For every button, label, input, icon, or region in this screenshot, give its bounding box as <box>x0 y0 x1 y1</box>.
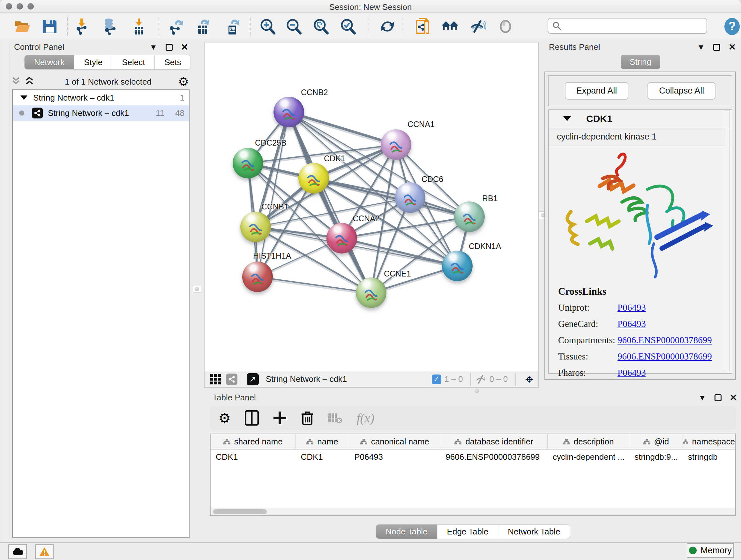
crosslink-value-link[interactable]: P06493 <box>617 368 646 378</box>
hide-selected-eye-icon[interactable] <box>468 17 486 36</box>
results-panel-maximize-icon[interactable] <box>713 44 720 51</box>
column-visibility-icon[interactable] <box>245 410 259 426</box>
crosslink-value-link[interactable]: P06493 <box>617 319 646 329</box>
save-session-icon[interactable] <box>41 17 59 36</box>
scrollbar-thumb[interactable] <box>213 509 267 514</box>
warnings-button[interactable] <box>35 544 54 559</box>
zoom-fit-icon[interactable] <box>312 17 330 36</box>
gene-collapse-caret-icon[interactable] <box>563 116 571 121</box>
search-input[interactable] <box>565 21 706 31</box>
column-header-name[interactable]: name <box>295 434 349 449</box>
show-eye-icon[interactable] <box>496 17 515 36</box>
cloud-button[interactable] <box>8 544 27 559</box>
birds-eye-view-icon[interactable]: ⌖ <box>525 372 533 386</box>
column-header-description[interactable]: description <box>548 434 630 449</box>
table-panel-float-icon[interactable]: ▼ <box>698 394 706 401</box>
hidden-eye-icon[interactable] <box>475 374 486 384</box>
import-table-file-icon[interactable] <box>131 17 148 36</box>
network-node-RB1[interactable] <box>454 201 485 232</box>
table-settings-gear-icon[interactable]: ⚙ <box>218 410 231 426</box>
column-header-database-identifier[interactable]: database identifier <box>441 434 548 449</box>
control-panel-maximize-icon[interactable] <box>165 44 173 51</box>
refresh-icon[interactable] <box>379 17 396 36</box>
search-field[interactable] <box>548 18 707 34</box>
open-session-icon[interactable] <box>13 17 31 36</box>
expand-all-button[interactable]: Expand All <box>565 82 629 100</box>
collapse-all-button[interactable]: Collapse All <box>648 82 716 100</box>
tab-network[interactable]: Network <box>24 55 74 70</box>
import-network-database-icon[interactable] <box>101 17 119 36</box>
grid-view-icon[interactable] <box>210 374 221 384</box>
results-panel-close-icon[interactable]: ✕ <box>729 43 736 52</box>
column-header-namespace[interactable]: namespace <box>683 434 735 449</box>
zoom-selected-icon[interactable] <box>339 17 357 36</box>
network-node-CCNA1[interactable] <box>381 129 411 160</box>
zoom-out-icon[interactable] <box>285 17 302 36</box>
crosslink-value-link[interactable]: 9606.ENSP00000378699 <box>617 351 712 362</box>
import-network-file-icon[interactable] <box>74 17 91 36</box>
tab-edge-table[interactable]: Edge Table <box>437 524 498 539</box>
toolbar-divider <box>470 373 471 386</box>
table-cell[interactable]: stringdb:9... <box>629 449 683 464</box>
tab-string[interactable]: String <box>621 55 660 69</box>
detach-view-icon[interactable]: ↗ <box>247 373 259 385</box>
tab-style[interactable]: Style <box>74 55 112 70</box>
tab-select[interactable]: Select <box>112 55 155 70</box>
network-node-CCNB1[interactable] <box>240 212 271 242</box>
network-canvas[interactable]: CCNB2CCNA1CDC25BCDK1CDC6RB1CCNB1CCNA2CDK… <box>205 43 538 371</box>
node-label-CDKN1A: CDKN1A <box>469 242 501 251</box>
table-cell[interactable]: CDK1 <box>211 449 295 464</box>
help-icon[interactable]: ? <box>723 17 741 36</box>
network-node-CDC25B[interactable] <box>232 148 263 179</box>
control-panel-title: Control Panel <box>14 42 64 52</box>
table-cell[interactable]: cyclin-dependent ... <box>548 449 630 464</box>
table-cell[interactable]: stringdb <box>683 449 735 464</box>
network-node-HIST1H1A[interactable] <box>242 261 273 292</box>
column-header-@id[interactable]: @id <box>629 434 683 449</box>
network-collection-row[interactable]: String Network – cdk1 1 <box>13 90 189 105</box>
expand-all-icon[interactable] <box>25 76 34 87</box>
add-column-icon[interactable] <box>273 411 287 425</box>
selected-checkbox-icon[interactable]: ✓ <box>432 374 441 384</box>
zoom-in-icon[interactable] <box>259 17 276 36</box>
control-panel-close-icon[interactable]: ✕ <box>181 43 188 52</box>
table-cell[interactable]: P06493 <box>349 449 441 464</box>
function-builder-icon[interactable]: f(x) <box>356 411 374 426</box>
memory-button[interactable]: Memory <box>687 543 734 558</box>
control-panel-float-icon[interactable]: ▼ <box>150 44 157 51</box>
table-panel-close-icon[interactable]: ✕ <box>730 393 737 402</box>
export-network-icon[interactable] <box>167 17 185 36</box>
network-node-CCNA2[interactable] <box>327 223 357 253</box>
table-horizontal-scrollbar[interactable] <box>211 508 735 515</box>
table-panel-maximize-icon[interactable] <box>715 394 722 401</box>
node-label-CDC6: CDC6 <box>421 175 443 184</box>
crosslink-value-link[interactable]: P06493 <box>617 302 646 313</box>
share-document-icon[interactable] <box>414 17 432 36</box>
network-view-share-icon[interactable] <box>226 374 238 385</box>
results-scrollbar[interactable] <box>725 110 730 372</box>
delete-table-icon[interactable] <box>328 412 342 424</box>
export-image-icon[interactable] <box>224 17 242 36</box>
tab-network-table[interactable]: Network Table <box>498 524 570 539</box>
network-options-gear-icon[interactable]: ⚙ <box>178 75 189 89</box>
crosslink-value-link[interactable]: 9606.ENSP00000378699 <box>617 335 712 346</box>
column-header-shared-name[interactable]: shared name <box>211 434 295 449</box>
results-panel-float-icon[interactable]: ▼ <box>697 44 705 51</box>
tab-sets[interactable]: Sets <box>155 55 191 70</box>
network-node-CDKN1A[interactable] <box>442 251 473 281</box>
collapse-all-icon[interactable] <box>11 76 20 87</box>
home-pages-icon[interactable] <box>441 17 459 36</box>
network-node-CCNE1[interactable] <box>356 277 387 308</box>
network-node-CDC6[interactable] <box>395 182 425 213</box>
network-node-CCNB2[interactable] <box>273 97 304 127</box>
network-row[interactable]: String Network – cdk1 1148 <box>13 105 189 121</box>
table-cell[interactable]: CDK1 <box>295 449 349 464</box>
export-table-icon[interactable] <box>195 17 212 36</box>
delete-column-icon[interactable] <box>301 410 314 426</box>
tab-node-table[interactable]: Node Table <box>376 524 437 539</box>
column-header-canonical-name[interactable]: canonical name <box>349 434 441 449</box>
left-splitter-handle[interactable] <box>193 285 201 293</box>
network-node-CDK1[interactable] <box>298 163 329 193</box>
table-cell[interactable]: 9606.ENSP00000378699 <box>441 449 547 464</box>
collection-caret-icon[interactable] <box>20 96 27 100</box>
